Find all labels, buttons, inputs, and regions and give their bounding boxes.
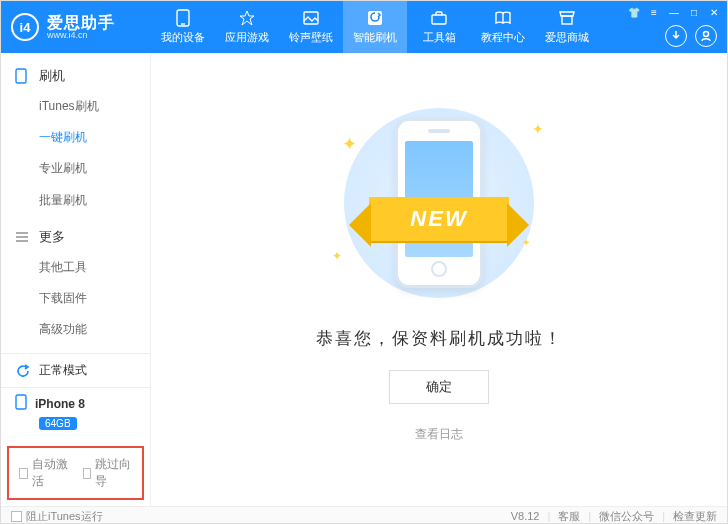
- book-icon: [495, 9, 511, 27]
- apps-icon: [239, 9, 255, 27]
- app-name: 爱思助手: [47, 15, 115, 31]
- update-link[interactable]: 检查更新: [673, 509, 717, 524]
- sidebar-item-itunes-flash[interactable]: iTunes刷机: [1, 91, 150, 122]
- list-icon: [15, 231, 31, 243]
- block-itunes-checkbox[interactable]: 阻止iTunes运行: [11, 509, 103, 524]
- nav-label: 爱思商城: [545, 30, 589, 45]
- version-label: V8.12: [511, 510, 540, 522]
- statusbar: 阻止iTunes运行 V8.12 | 客服 | 微信公众号 | 检查更新: [1, 506, 727, 524]
- sidebar-item-download-fw[interactable]: 下载固件: [1, 283, 150, 314]
- nav-toolbox[interactable]: 工具箱: [407, 1, 471, 53]
- flash-options-highlight: 自动激活 跳过向导: [7, 446, 144, 500]
- sidebar-item-oneclick-flash[interactable]: 一键刷机: [1, 122, 150, 153]
- support-link[interactable]: 客服: [558, 509, 580, 524]
- sidebar-item-batch-flash[interactable]: 批量刷机: [1, 185, 150, 216]
- checkbox-label: 阻止iTunes运行: [26, 509, 103, 524]
- new-ribbon: NEW: [369, 197, 509, 241]
- svg-rect-6: [562, 16, 572, 24]
- nav-label: 工具箱: [423, 30, 456, 45]
- device-small-icon: [15, 394, 27, 413]
- image-icon: [303, 9, 319, 27]
- separator: |: [588, 510, 591, 522]
- sidebar-bottom: 正常模式 iPhone 8 64GB 自动激活 跳过向导: [1, 353, 150, 506]
- nav-label: 我的设备: [161, 30, 205, 45]
- svg-point-7: [704, 32, 709, 37]
- wechat-link[interactable]: 微信公众号: [599, 509, 654, 524]
- window-controls: 👕 ≡ ― □ ✕: [627, 5, 721, 19]
- main-content: ✦ ✦ ✦ ✦ NEW 恭喜您，保资料刷机成功啦！ 确定 查看日志: [151, 53, 727, 506]
- device-info[interactable]: iPhone 8 64GB: [1, 387, 150, 440]
- checkbox-label: 跳过向导: [95, 456, 132, 490]
- toolbox-icon: [431, 9, 447, 27]
- checkbox-icon: [19, 468, 28, 479]
- nav-flash[interactable]: 智能刷机: [343, 1, 407, 53]
- store-icon: [559, 9, 575, 27]
- menu-icon[interactable]: ≡: [647, 5, 661, 19]
- maximize-icon[interactable]: □: [687, 5, 701, 19]
- star-icon: ✦: [342, 133, 357, 155]
- checkbox-icon: [83, 468, 92, 479]
- sidebar-group-flash[interactable]: 刷机: [1, 61, 150, 91]
- device-name: iPhone 8: [35, 397, 85, 411]
- success-illustration: ✦ ✦ ✦ ✦ NEW: [324, 103, 554, 303]
- sidebar-group-more[interactable]: 更多: [1, 222, 150, 252]
- sidebar: 刷机 iTunes刷机 一键刷机 专业刷机 批量刷机 更多 其他工具 下载固件 …: [1, 53, 151, 506]
- logo-text: 爱思助手 www.i4.cn: [47, 15, 115, 40]
- device-icon: [176, 9, 190, 27]
- user-icon[interactable]: [695, 25, 717, 47]
- success-message: 恭喜您，保资料刷机成功啦！: [316, 327, 563, 350]
- download-icon[interactable]: [665, 25, 687, 47]
- svg-rect-4: [432, 15, 446, 24]
- refresh-icon: [15, 363, 31, 379]
- nav-tutorials[interactable]: 教程中心: [471, 1, 535, 53]
- sidebar-list: 刷机 iTunes刷机 一键刷机 专业刷机 批量刷机 更多 其他工具 下载固件 …: [1, 53, 150, 353]
- view-log-link[interactable]: 查看日志: [415, 426, 463, 443]
- skin-icon[interactable]: 👕: [627, 5, 641, 19]
- auto-activate-checkbox[interactable]: 自动激活: [19, 456, 69, 490]
- ribbon-label: NEW: [369, 197, 509, 241]
- device-mode[interactable]: 正常模式: [1, 354, 150, 387]
- group-label: 更多: [39, 228, 65, 246]
- logo-area: i4 爱思助手 www.i4.cn: [1, 13, 151, 41]
- storage-badge: 64GB: [39, 417, 77, 430]
- logo-icon: i4: [11, 13, 39, 41]
- separator: |: [547, 510, 550, 522]
- star-icon: ✦: [332, 249, 342, 263]
- star-icon: ✦: [532, 121, 544, 137]
- header-right: [665, 25, 717, 47]
- sidebar-item-other-tools[interactable]: 其他工具: [1, 252, 150, 283]
- app-header: i4 爱思助手 www.i4.cn 我的设备 应用游戏 铃声壁纸 智能刷机 工具…: [1, 1, 727, 53]
- checkbox-icon: [11, 511, 22, 522]
- minimize-icon[interactable]: ―: [667, 5, 681, 19]
- svg-rect-8: [16, 69, 26, 83]
- mode-label: 正常模式: [39, 362, 87, 379]
- footer-right: V8.12 | 客服 | 微信公众号 | 检查更新: [511, 509, 717, 524]
- nav-ringtones[interactable]: 铃声壁纸: [279, 1, 343, 53]
- ok-button[interactable]: 确定: [389, 370, 489, 404]
- checkbox-label: 自动激活: [32, 456, 69, 490]
- nav-apps[interactable]: 应用游戏: [215, 1, 279, 53]
- flash-icon: [367, 9, 383, 27]
- separator: |: [662, 510, 665, 522]
- nav-my-device[interactable]: 我的设备: [151, 1, 215, 53]
- phone-icon: [15, 68, 31, 84]
- nav-label: 智能刷机: [353, 30, 397, 45]
- nav-store[interactable]: 爱思商城: [535, 1, 599, 53]
- nav-label: 应用游戏: [225, 30, 269, 45]
- svg-rect-12: [16, 395, 26, 409]
- body: 刷机 iTunes刷机 一键刷机 专业刷机 批量刷机 更多 其他工具 下载固件 …: [1, 53, 727, 506]
- app-url: www.i4.cn: [47, 31, 115, 40]
- close-icon[interactable]: ✕: [707, 5, 721, 19]
- group-label: 刷机: [39, 67, 65, 85]
- skip-guide-checkbox[interactable]: 跳过向导: [83, 456, 133, 490]
- sidebar-item-pro-flash[interactable]: 专业刷机: [1, 153, 150, 184]
- nav-label: 铃声壁纸: [289, 30, 333, 45]
- nav-label: 教程中心: [481, 30, 525, 45]
- sidebar-item-advanced[interactable]: 高级功能: [1, 314, 150, 345]
